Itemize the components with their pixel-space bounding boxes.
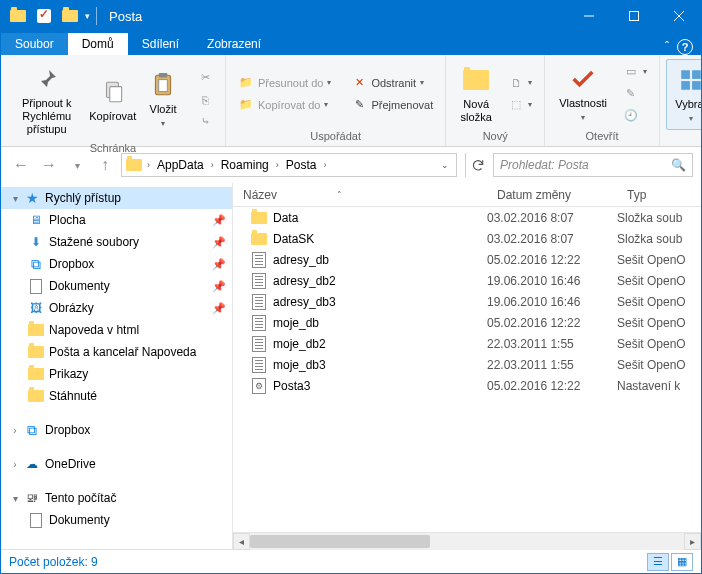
maximize-button[interactable] xyxy=(611,1,656,31)
file-row[interactable]: moje_db05.02.2016 12:22Sešit OpenO xyxy=(233,312,701,333)
file-row[interactable]: DataSK03.02.2016 8:07Složka soub xyxy=(233,228,701,249)
paste-icon xyxy=(147,69,179,101)
refresh-button[interactable] xyxy=(465,153,489,177)
pin-to-quick-access-button[interactable]: Připnout k Rychlému přístupu xyxy=(7,59,86,140)
paste-button[interactable]: Vložit ▾ xyxy=(139,65,187,134)
new-folder-button[interactable]: Nová složka xyxy=(452,60,500,128)
tree-dropbox[interactable]: ⧉Dropbox📌 xyxy=(1,253,232,275)
column-header-date[interactable]: Datum změny xyxy=(487,188,617,202)
folder-icon[interactable] xyxy=(7,5,29,27)
minimize-button[interactable] xyxy=(566,1,611,31)
recent-locations-button[interactable]: ▾ xyxy=(65,153,89,177)
scroll-thumb[interactable] xyxy=(250,535,430,548)
properties-qat-icon[interactable] xyxy=(33,5,55,27)
copy-to-icon: 📁 xyxy=(238,97,254,113)
address-dropdown-icon[interactable]: ⌄ xyxy=(438,160,452,170)
move-to-button[interactable]: 📁Přesunout do ▾ xyxy=(232,73,337,93)
close-button[interactable] xyxy=(656,1,701,31)
column-header-type[interactable]: Typ xyxy=(617,188,701,202)
edit-button[interactable]: ✎ xyxy=(617,84,653,104)
chevron-down-icon: ▾ xyxy=(327,78,331,87)
file-name: moje_db3 xyxy=(273,358,326,372)
file-type: Sešit OpenO xyxy=(617,295,701,309)
file-row[interactable]: Data03.02.2016 8:07Složka soub xyxy=(233,207,701,228)
tree-dropbox-root[interactable]: ›⧉Dropbox xyxy=(1,419,232,441)
file-list[interactable]: Data03.02.2016 8:07Složka soubDataSK03.0… xyxy=(233,207,701,532)
breadcrumb-seg[interactable]: Posta xyxy=(284,158,319,172)
rename-button[interactable]: ✎Přejmenovat xyxy=(345,95,439,115)
scroll-right-button[interactable]: ▸ xyxy=(684,533,701,550)
expand-icon[interactable]: ▾ xyxy=(7,193,23,204)
breadcrumb-seg[interactable]: AppData xyxy=(155,158,206,172)
path-icon: ⎘ xyxy=(197,92,213,108)
chevron-right-icon[interactable]: › xyxy=(144,160,153,170)
pictures-icon: 🖼 xyxy=(27,299,45,317)
copy-to-button[interactable]: 📁Kopírovat do ▾ xyxy=(232,95,337,115)
tree-stahnute[interactable]: Stáhnuté xyxy=(1,385,232,407)
copy-path-button[interactable]: ⎘ xyxy=(191,90,219,110)
file-date: 05.02.2016 12:22 xyxy=(487,253,617,267)
tree-quick-access[interactable]: ▾★Rychlý přístup xyxy=(1,187,232,209)
tab-share[interactable]: Sdílení xyxy=(128,33,193,55)
file-row[interactable]: moje_db322.03.2011 1:55Sešit OpenO xyxy=(233,354,701,375)
properties-button[interactable]: Vlastnosti▾ xyxy=(551,59,615,128)
horizontal-scrollbar[interactable]: ◂ ▸ xyxy=(233,532,701,549)
navigation-pane[interactable]: ▾★Rychlý přístup 🖥Plocha📌 ⬇Stažené soubo… xyxy=(1,183,233,549)
back-button[interactable]: ← xyxy=(9,153,33,177)
shortcut-icon: ⤷ xyxy=(197,114,213,130)
delete-button[interactable]: ✕Odstranit ▾ xyxy=(345,73,439,93)
expand-icon[interactable]: › xyxy=(7,459,23,470)
tab-home[interactable]: Domů xyxy=(68,33,128,55)
tree-posta-napoveda[interactable]: Pošta a kancelař Napoveda xyxy=(1,341,232,363)
tree-onedrive[interactable]: ›☁OneDrive xyxy=(1,453,232,475)
collapse-ribbon-icon[interactable]: ˆ xyxy=(665,40,669,54)
chevron-right-icon[interactable]: › xyxy=(320,160,329,170)
scroll-left-button[interactable]: ◂ xyxy=(233,533,250,550)
tab-view[interactable]: Zobrazení xyxy=(193,33,275,55)
search-input[interactable]: Prohledat: Posta 🔍 xyxy=(493,153,693,177)
ribbon-tabs: Soubor Domů Sdílení Zobrazení ˆ ? xyxy=(1,31,701,55)
chevron-right-icon[interactable]: › xyxy=(208,160,217,170)
select-button[interactable]: Vybrat▾ xyxy=(666,59,702,130)
tree-pictures[interactable]: 🖼Obrázky📌 xyxy=(1,297,232,319)
tree-this-pc[interactable]: ▾🖳Tento počítač xyxy=(1,487,232,509)
column-header-name[interactable]: Název˄ xyxy=(233,188,487,202)
tree-desktop[interactable]: 🖥Plocha📌 xyxy=(1,209,232,231)
expand-icon[interactable]: › xyxy=(7,425,23,436)
new-item-button[interactable]: 🗋▾ xyxy=(502,73,538,93)
folder-icon[interactable] xyxy=(59,5,81,27)
file-row[interactable]: adresy_db319.06.2010 16:46Sešit OpenO xyxy=(233,291,701,312)
expand-icon[interactable]: ▾ xyxy=(7,493,23,504)
easy-access-icon: ⬚ xyxy=(508,97,524,113)
group-label-new: Nový xyxy=(446,128,544,146)
tree-downloads[interactable]: ⬇Stažené soubory📌 xyxy=(1,231,232,253)
breadcrumb-seg[interactable]: Roaming xyxy=(219,158,271,172)
chevron-right-icon[interactable]: › xyxy=(273,160,282,170)
tree-documents2[interactable]: Dokumenty xyxy=(1,509,232,531)
paste-shortcut-button[interactable]: ⤷ xyxy=(191,112,219,132)
tree-napoveda[interactable]: Napoveda v html xyxy=(1,319,232,341)
easy-access-button[interactable]: ⬚▾ xyxy=(502,95,538,115)
file-row[interactable]: adresy_db219.06.2010 16:46Sešit OpenO xyxy=(233,270,701,291)
help-icon[interactable]: ? xyxy=(677,39,693,55)
title-bar: ▾ Posta xyxy=(1,1,701,31)
file-row[interactable]: adresy_db05.02.2016 12:22Sešit OpenO xyxy=(233,249,701,270)
large-icons-view-button[interactable]: ▦ xyxy=(671,553,693,571)
tree-prikazy[interactable]: Prikazy xyxy=(1,363,232,385)
open-button[interactable]: ▭▾ xyxy=(617,62,653,82)
history-button[interactable]: 🕘 xyxy=(617,106,653,126)
tree-documents[interactable]: Dokumenty📌 xyxy=(1,275,232,297)
up-button[interactable]: ↑ xyxy=(93,153,117,177)
tab-file[interactable]: Soubor xyxy=(1,33,68,55)
copy-button[interactable]: Kopírovat xyxy=(88,72,137,127)
file-row[interactable]: ⚙Posta305.02.2016 12:22Nastavení k xyxy=(233,375,701,396)
address-bar[interactable]: › AppData › Roaming › Posta › ⌄ xyxy=(121,153,457,177)
qat-dropdown-icon[interactable]: ▾ xyxy=(85,11,90,21)
window-title: Posta xyxy=(109,9,142,24)
scroll-track[interactable] xyxy=(250,533,684,550)
folder-icon xyxy=(27,321,45,339)
forward-button[interactable]: → xyxy=(37,153,61,177)
details-view-button[interactable]: ☰ xyxy=(647,553,669,571)
file-row[interactable]: moje_db222.03.2011 1:55Sešit OpenO xyxy=(233,333,701,354)
cut-button[interactable]: ✂ xyxy=(191,68,219,88)
